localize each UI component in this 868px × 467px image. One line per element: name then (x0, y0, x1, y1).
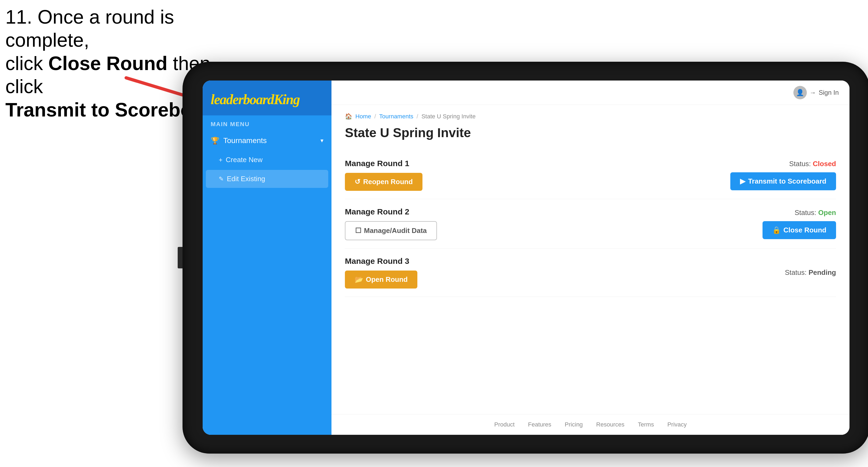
footer: Product Features Pricing Resources Terms… (332, 414, 849, 435)
round-1-status-value: Closed (813, 160, 836, 168)
tablet-screen: leaderboardKing MAIN MENU 🏆 Tournaments … (203, 81, 849, 435)
sidebar-sub-item-edit-existing[interactable]: ✎ Edit Existing (206, 170, 328, 188)
breadcrumb: 🏠 Home / Tournaments / State U Spring In… (345, 113, 836, 120)
create-new-label: Create New (226, 156, 262, 164)
breadcrumb-sep-1: / (374, 113, 376, 120)
logo-text-regular: leaderboard (211, 92, 274, 107)
breadcrumb-home-link[interactable]: Home (355, 113, 371, 120)
signin-arrow-icon: → (809, 89, 816, 96)
sidebar-sub-item-create-new[interactable]: + Create New (203, 151, 332, 169)
refresh-icon: ↺ (354, 178, 361, 186)
breadcrumb-tournaments-link[interactable]: Tournaments (379, 113, 413, 120)
close-round-button[interactable]: 🔒 Close Round (763, 221, 836, 239)
breadcrumb-sep-2: / (416, 113, 418, 120)
lock-icon: 🔒 (772, 226, 781, 234)
tablet-side-button (178, 247, 183, 269)
breadcrumb-current: State U Spring Invite (422, 113, 475, 120)
round-1-row: Manage Round 1 ↺ Reopen Round Status: Cl… (345, 151, 836, 199)
trophy-icon: 🏆 (211, 136, 219, 145)
transmit-scoreboard-button[interactable]: ▶ Transmit to Scoreboard (730, 172, 836, 190)
sidebar-tournaments-label: Tournaments (223, 136, 267, 145)
app-layout: leaderboardKing MAIN MENU 🏆 Tournaments … (203, 81, 849, 435)
main-menu-label: MAIN MENU (203, 116, 332, 130)
reopen-round-button[interactable]: ↺ Reopen Round (345, 173, 423, 191)
footer-terms-link[interactable]: Terms (638, 421, 654, 428)
open-round-button[interactable]: 📂 Open Round (345, 271, 417, 288)
sign-in-label: Sign In (818, 89, 839, 96)
round-3-status: Status: Pending (785, 269, 836, 277)
round-3-title: Manage Round 3 (345, 257, 417, 266)
round-2-row: Manage Round 2 ☐ Manage/Audit Data Statu… (345, 199, 836, 249)
main-content: 👤 → Sign In 🏠 Home / Tournaments / St (332, 81, 849, 435)
chevron-down-icon: ▾ (320, 137, 323, 144)
close-round-label: Close Round (783, 226, 827, 234)
avatar-icon: 👤 (794, 86, 807, 99)
top-bar: 👤 → Sign In (332, 81, 849, 105)
round-1-status: Status: Closed (789, 160, 836, 168)
checkbox-icon: ☐ (355, 226, 361, 235)
sidebar-item-tournaments[interactable]: 🏆 Tournaments ▾ (203, 130, 332, 151)
footer-product-link[interactable]: Product (494, 421, 515, 428)
round-2-title: Manage Round 2 (345, 207, 437, 216)
round-1-title: Manage Round 1 (345, 159, 423, 168)
footer-pricing-link[interactable]: Pricing (565, 421, 583, 428)
transmit-icon: ▶ (740, 177, 745, 185)
open-round-label: Open Round (366, 275, 408, 284)
edit-existing-label: Edit Existing (227, 175, 265, 183)
breadcrumb-home-icon: 🏠 (345, 113, 352, 120)
transmit-label: Transmit to Scoreboard (748, 177, 827, 185)
logo-text-gold: King (274, 92, 300, 107)
footer-features-link[interactable]: Features (528, 421, 551, 428)
user-icon: 👤 (796, 89, 804, 96)
manage-audit-label: Manage/Audit Data (364, 226, 427, 235)
tablet-device: leaderboardKing MAIN MENU 🏆 Tournaments … (183, 62, 868, 454)
page-title: State U Spring Invite (345, 125, 836, 140)
open-icon: 📂 (354, 275, 363, 284)
edit-icon: ✎ (219, 176, 224, 183)
footer-resources-link[interactable]: Resources (596, 421, 624, 428)
manage-audit-button[interactable]: ☐ Manage/Audit Data (345, 221, 437, 240)
instruction-line1: 11. Once a round is complete, (5, 5, 247, 52)
sign-in-button[interactable]: 👤 → Sign In (794, 86, 839, 99)
footer-privacy-link[interactable]: Privacy (667, 421, 687, 428)
plus-icon: + (219, 156, 222, 164)
logo-area: leaderboardKing (203, 81, 332, 116)
content-area: 🏠 Home / Tournaments / State U Spring In… (332, 105, 849, 414)
round-3-row: Manage Round 3 📂 Open Round Status: Pend… (345, 249, 836, 297)
app-logo: leaderboardKing (211, 91, 323, 107)
round-2-status-value: Open (818, 209, 836, 217)
sidebar: leaderboardKing MAIN MENU 🏆 Tournaments … (203, 81, 332, 435)
round-2-status: Status: Open (795, 209, 836, 217)
reopen-round-label: Reopen Round (363, 178, 413, 186)
round-3-status-value: Pending (808, 269, 836, 276)
